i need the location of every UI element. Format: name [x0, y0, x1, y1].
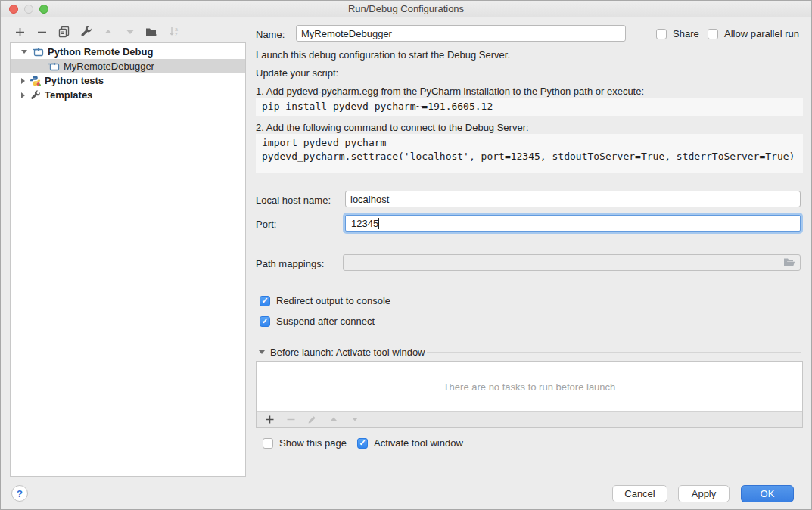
activate-tool-window-row[interactable]: Activate tool window [357, 437, 463, 449]
python-tests-icon [30, 75, 41, 86]
wrench-icon [30, 89, 41, 101]
settrace-code-line2: pydevd_pycharm.settrace('localhost', por… [262, 151, 795, 162]
new-folder-icon[interactable] [145, 26, 158, 39]
activate-tool-window-label: Activate tool window [374, 437, 463, 449]
copy-configuration-icon[interactable] [58, 26, 70, 39]
before-launch-title: Before launch: Activate tool window [270, 347, 425, 358]
port-value: 12345 [351, 218, 379, 229]
path-mappings-label: Path mappings: [256, 258, 324, 269]
move-task-down-icon [348, 413, 361, 426]
remove-configuration-button[interactable] [36, 26, 48, 39]
show-this-page-label: Show this page [279, 437, 347, 449]
collapse-icon[interactable] [259, 350, 265, 354]
share-checkbox-row[interactable]: Share [656, 28, 699, 39]
share-checkbox[interactable] [656, 29, 667, 39]
window-title: Run/Debug Configurations [348, 3, 464, 14]
svg-text:z: z [175, 32, 178, 37]
configurations-toolbar: az [14, 24, 180, 39]
tree-item-python-remote-debug[interactable]: Python Remote Debug [11, 45, 245, 59]
apply-button[interactable]: Apply [678, 485, 730, 502]
sort-alphabetically-icon: az [167, 26, 180, 39]
step2-text: 2. Add the following command to connect … [256, 122, 529, 133]
share-label: Share [673, 28, 699, 39]
task-list-toolbar [257, 411, 802, 427]
titlebar: Run/Debug Configurations [1, 1, 811, 17]
tree-item-label: MyRemoteDebugger [64, 61, 154, 72]
add-configuration-button[interactable] [14, 26, 26, 39]
chevron-down-icon[interactable] [21, 50, 27, 54]
local-host-label: Local host name: [256, 194, 331, 206]
tree-item-label: Python Remote Debug [48, 46, 153, 58]
cancel-button[interactable]: Cancel [612, 485, 667, 502]
text-caret [378, 218, 379, 229]
remove-task-icon [285, 413, 297, 426]
zoom-window-button[interactable] [39, 5, 48, 14]
description-line1: Launch this debug configuration to start… [256, 49, 510, 61]
tree-item-myremotedebugger[interactable]: MyRemoteDebugger [11, 59, 245, 73]
configurations-tree: Python Remote Debug MyRemoteDebugger Pyt… [10, 42, 246, 477]
before-launch-task-list: There are no tasks to run before launch [256, 361, 803, 428]
close-window-button[interactable] [9, 5, 18, 14]
port-label: Port: [256, 219, 276, 230]
settrace-code-line1: import pydevd_pycharm [262, 137, 386, 148]
tree-item-templates[interactable]: Templates [11, 88, 245, 102]
move-down-icon [123, 26, 136, 39]
suspend-after-connect-row[interactable]: Suspend after connect [260, 316, 375, 327]
redirect-output-label: Redirect output to console [276, 295, 390, 306]
ok-button[interactable]: OK [741, 485, 794, 502]
path-mappings-input[interactable] [343, 254, 801, 271]
show-this-page-checkbox[interactable] [263, 438, 273, 449]
allow-parallel-checkbox[interactable] [708, 29, 718, 39]
local-host-input[interactable] [345, 191, 801, 207]
step1-text: 1. Add pydevd-pycharm.egg from the PyCha… [256, 86, 644, 97]
remote-debug-icon [33, 46, 44, 58]
description-line2: Update your script: [256, 67, 338, 79]
help-button[interactable]: ? [11, 485, 28, 502]
redirect-output-row[interactable]: Redirect output to console [260, 295, 390, 306]
allow-parallel-checkbox-row[interactable]: Allow parallel run [708, 28, 799, 39]
suspend-after-connect-checkbox[interactable] [260, 316, 270, 327]
tree-item-label: Python tests [45, 75, 104, 86]
chevron-right-icon[interactable] [21, 92, 25, 98]
suspend-after-connect-label: Suspend after connect [276, 316, 375, 327]
move-up-icon [101, 26, 114, 39]
move-task-up-icon [327, 413, 340, 426]
svg-text:a: a [175, 26, 178, 32]
name-label: Name: [256, 29, 285, 40]
run-debug-configurations-dialog: Run/Debug Configurations az [0, 0, 812, 510]
minimize-window-button [24, 5, 33, 14]
add-task-button[interactable] [263, 413, 276, 426]
edit-defaults-wrench-icon[interactable] [79, 26, 92, 39]
browse-folder-icon[interactable] [783, 257, 795, 270]
tree-item-python-tests[interactable]: Python tests [11, 73, 245, 88]
chevron-right-icon[interactable] [21, 78, 25, 84]
show-this-page-row[interactable]: Show this page [263, 437, 347, 449]
settrace-code: import pydevd_pycharm pydevd_pycharm.set… [256, 134, 803, 173]
pip-install-code: pip install pydevd-pycharm~=191.6605.12 [256, 98, 803, 116]
redirect-output-checkbox[interactable] [260, 296, 270, 306]
port-input[interactable] [345, 215, 801, 232]
activate-tool-window-checkbox[interactable] [357, 438, 368, 449]
allow-parallel-label: Allow parallel run [724, 28, 799, 39]
section-divider [427, 352, 801, 353]
tree-item-label: Templates [45, 89, 92, 101]
edit-task-pencil-icon [306, 413, 319, 426]
before-launch-header[interactable]: Before launch: Activate tool window [259, 347, 425, 358]
name-input[interactable] [296, 25, 626, 42]
remote-debug-icon [48, 61, 60, 72]
empty-task-list-text: There are no tasks to run before launch [257, 362, 802, 412]
help-question-icon: ? [17, 488, 23, 499]
